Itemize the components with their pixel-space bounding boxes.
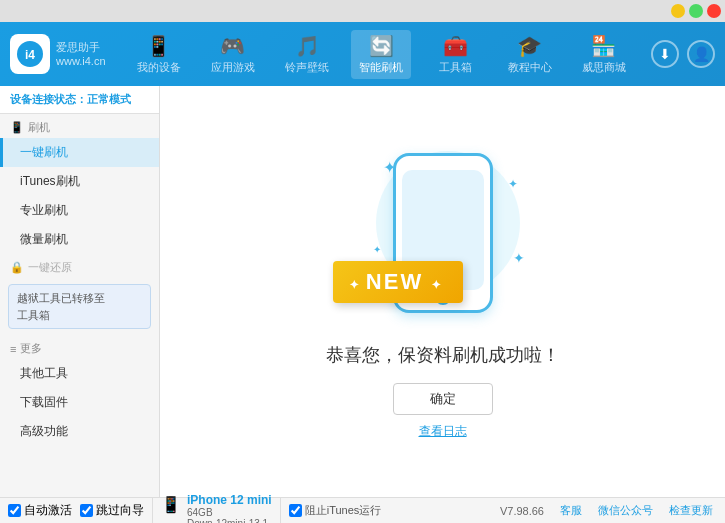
- user-btn[interactable]: 👤: [687, 40, 715, 68]
- logo: i4 爱思助手 www.i4.cn: [10, 34, 106, 74]
- minimize-btn[interactable]: [671, 4, 685, 18]
- svg-text:✦: ✦: [513, 250, 525, 266]
- sidebar-notice: 越狱工具已转移至工具箱: [8, 284, 151, 329]
- title-bar: [0, 0, 725, 22]
- nav-my-device[interactable]: 📱 我的设备: [129, 30, 189, 79]
- apps-games-icon: 🎮: [220, 34, 245, 58]
- success-text: 恭喜您，保资料刷机成功啦！: [326, 343, 560, 367]
- itunes-checkbox[interactable]: [289, 504, 302, 517]
- sidebar-section-more: ≡ 更多: [0, 335, 159, 359]
- device-info: 📱 iPhone 12 mini 64GB Down-12mini-13,1: [153, 489, 280, 524]
- nav-bar: 📱 我的设备 🎮 应用游戏 🎵 铃声壁纸 🔄 智能刷机 🧰 工具箱 🎓 教程中心…: [122, 30, 641, 79]
- tutorial-icon: 🎓: [517, 34, 542, 58]
- device-icon: 📱: [161, 495, 181, 514]
- restore-btn[interactable]: [689, 4, 703, 18]
- auto-connect-checkbox[interactable]: [8, 504, 21, 517]
- itunes-status: 阻止iTunes运行: [280, 498, 390, 523]
- logo-text: 爱思助手 www.i4.cn: [56, 40, 106, 69]
- nav-apps-games[interactable]: 🎮 应用游戏: [203, 30, 263, 79]
- sidebar-itunes-flash[interactable]: iTunes刷机: [0, 167, 159, 196]
- close-btn[interactable]: [707, 4, 721, 18]
- svg-text:✦: ✦: [373, 244, 381, 255]
- confirm-button[interactable]: 确定: [393, 383, 493, 415]
- nav-store[interactable]: 🏪 威思商城: [574, 30, 634, 79]
- header: i4 爱思助手 www.i4.cn 📱 我的设备 🎮 应用游戏 🎵 铃声壁纸 🔄…: [0, 22, 725, 86]
- new-banner: NEW: [333, 261, 464, 303]
- logo-icon: i4: [10, 34, 50, 74]
- sidebar-download-firmware[interactable]: 下载固件: [0, 388, 159, 417]
- auto-connect-label[interactable]: 自动激活: [8, 502, 72, 519]
- bottom-bar: 自动激活 跳过向导 📱 iPhone 12 mini 64GB Down-12m…: [0, 497, 725, 523]
- nav-tutorial[interactable]: 🎓 教程中心: [500, 30, 560, 79]
- illustration: ✦ ✦ ✦ ✦ NEW: [343, 143, 543, 323]
- store-icon: 🏪: [591, 34, 616, 58]
- svg-text:✦: ✦: [508, 177, 518, 191]
- sidebar-micro-flash[interactable]: 微量刷机: [0, 225, 159, 254]
- nav-smart-flash[interactable]: 🔄 智能刷机: [351, 30, 411, 79]
- download-btn[interactable]: ⬇: [651, 40, 679, 68]
- nav-ringtone[interactable]: 🎵 铃声壁纸: [277, 30, 337, 79]
- sidebar-section-restore: 🔒 一键还原: [0, 254, 159, 278]
- sidebar-other-tools[interactable]: 其他工具: [0, 359, 159, 388]
- sidebar: 设备连接状态：正常模式 📱 刷机 一键刷机 iTunes刷机 专业刷机 微量刷机…: [0, 86, 160, 497]
- sidebar-one-key-flash[interactable]: 一键刷机: [0, 138, 159, 167]
- header-right: ⬇ 👤: [651, 40, 715, 68]
- toolbox-icon: 🧰: [443, 34, 468, 58]
- skip-wizard-checkbox[interactable]: [80, 504, 93, 517]
- diary-link[interactable]: 查看日志: [419, 423, 467, 440]
- skip-wizard-label[interactable]: 跳过向导: [80, 502, 144, 519]
- bottom-right: V7.98.66 客服 微信公众号 检查更新: [488, 503, 725, 518]
- center-content: ✦ ✦ ✦ ✦ NEW 恭喜您，保资料刷机成功啦！ 确定 查看日志: [160, 86, 725, 497]
- more-icon: ≡: [10, 343, 16, 355]
- flash-section-icon: 📱: [10, 121, 24, 134]
- lock-icon: 🔒: [10, 261, 24, 274]
- sidebar-advanced[interactable]: 高级功能: [0, 417, 159, 446]
- smart-flash-icon: 🔄: [369, 34, 394, 58]
- svg-text:i4: i4: [25, 48, 35, 62]
- sidebar-pro-flash[interactable]: 专业刷机: [0, 196, 159, 225]
- bottom-left: 自动激活 跳过向导: [0, 498, 153, 523]
- main-body: 设备连接状态：正常模式 📱 刷机 一键刷机 iTunes刷机 专业刷机 微量刷机…: [0, 86, 725, 497]
- ringtone-icon: 🎵: [295, 34, 320, 58]
- nav-toolbox[interactable]: 🧰 工具箱: [425, 30, 485, 79]
- my-device-icon: 📱: [146, 34, 171, 58]
- sidebar-section-flash: 📱 刷机: [0, 114, 159, 138]
- sidebar-status: 设备连接状态：正常模式: [0, 86, 159, 114]
